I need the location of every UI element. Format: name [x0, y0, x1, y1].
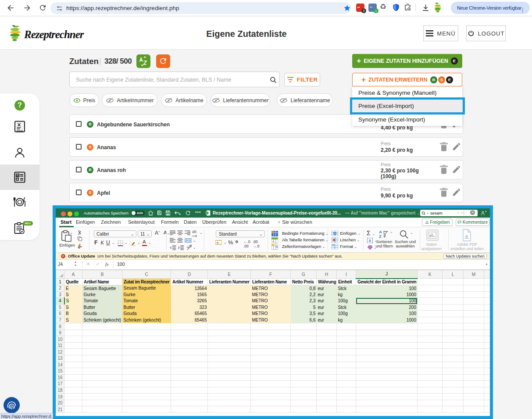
svg-text:x: x: [272, 240, 274, 243]
svg-text:ab: ab: [187, 246, 189, 248]
svg-text:A: A: [379, 230, 382, 234]
svg-text:Z: Z: [379, 234, 382, 239]
svg-text:⌄: ⌄: [70, 231, 72, 235]
svg-text:¤: ¤: [217, 241, 218, 245]
